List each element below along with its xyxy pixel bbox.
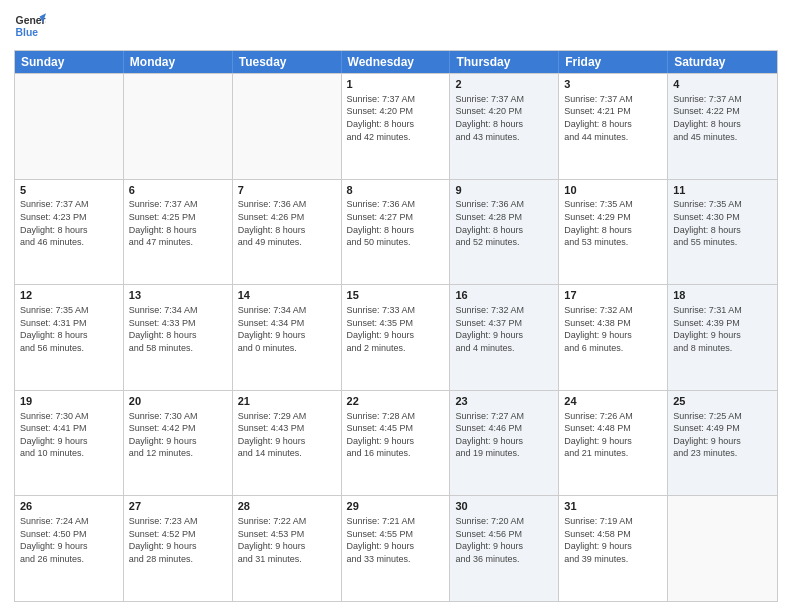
calendar-cell: 28Sunrise: 7:22 AM Sunset: 4:53 PM Dayli… xyxy=(233,496,342,601)
day-info: Sunrise: 7:30 AM Sunset: 4:42 PM Dayligh… xyxy=(129,410,227,460)
header-cell-tuesday: Tuesday xyxy=(233,51,342,73)
day-info: Sunrise: 7:25 AM Sunset: 4:49 PM Dayligh… xyxy=(673,410,772,460)
day-info: Sunrise: 7:28 AM Sunset: 4:45 PM Dayligh… xyxy=(347,410,445,460)
day-info: Sunrise: 7:29 AM Sunset: 4:43 PM Dayligh… xyxy=(238,410,336,460)
header-cell-saturday: Saturday xyxy=(668,51,777,73)
calendar-cell xyxy=(15,74,124,179)
calendar-cell: 20Sunrise: 7:30 AM Sunset: 4:42 PM Dayli… xyxy=(124,391,233,496)
calendar-cell: 6Sunrise: 7:37 AM Sunset: 4:25 PM Daylig… xyxy=(124,180,233,285)
day-number: 20 xyxy=(129,394,227,409)
day-info: Sunrise: 7:37 AM Sunset: 4:21 PM Dayligh… xyxy=(564,93,662,143)
day-number: 13 xyxy=(129,288,227,303)
day-number: 23 xyxy=(455,394,553,409)
header-cell-wednesday: Wednesday xyxy=(342,51,451,73)
header-cell-monday: Monday xyxy=(124,51,233,73)
day-number: 12 xyxy=(20,288,118,303)
day-number: 5 xyxy=(20,183,118,198)
calendar-cell: 23Sunrise: 7:27 AM Sunset: 4:46 PM Dayli… xyxy=(450,391,559,496)
page-container: General Blue SundayMondayTuesdayWednesda… xyxy=(0,0,792,612)
day-number: 11 xyxy=(673,183,772,198)
day-number: 31 xyxy=(564,499,662,514)
day-info: Sunrise: 7:26 AM Sunset: 4:48 PM Dayligh… xyxy=(564,410,662,460)
calendar-cell: 9Sunrise: 7:36 AM Sunset: 4:28 PM Daylig… xyxy=(450,180,559,285)
day-number: 17 xyxy=(564,288,662,303)
calendar-cell: 31Sunrise: 7:19 AM Sunset: 4:58 PM Dayli… xyxy=(559,496,668,601)
calendar-row-3: 19Sunrise: 7:30 AM Sunset: 4:41 PM Dayli… xyxy=(15,390,777,496)
day-number: 9 xyxy=(455,183,553,198)
day-info: Sunrise: 7:34 AM Sunset: 4:33 PM Dayligh… xyxy=(129,304,227,354)
calendar-header-row: SundayMondayTuesdayWednesdayThursdayFrid… xyxy=(15,51,777,73)
day-info: Sunrise: 7:35 AM Sunset: 4:29 PM Dayligh… xyxy=(564,198,662,248)
calendar-cell: 5Sunrise: 7:37 AM Sunset: 4:23 PM Daylig… xyxy=(15,180,124,285)
day-info: Sunrise: 7:37 AM Sunset: 4:23 PM Dayligh… xyxy=(20,198,118,248)
day-info: Sunrise: 7:20 AM Sunset: 4:56 PM Dayligh… xyxy=(455,515,553,565)
day-info: Sunrise: 7:32 AM Sunset: 4:37 PM Dayligh… xyxy=(455,304,553,354)
calendar-row-1: 5Sunrise: 7:37 AM Sunset: 4:23 PM Daylig… xyxy=(15,179,777,285)
svg-text:Blue: Blue xyxy=(16,27,39,38)
day-number: 4 xyxy=(673,77,772,92)
day-info: Sunrise: 7:23 AM Sunset: 4:52 PM Dayligh… xyxy=(129,515,227,565)
day-number: 26 xyxy=(20,499,118,514)
day-info: Sunrise: 7:27 AM Sunset: 4:46 PM Dayligh… xyxy=(455,410,553,460)
day-number: 18 xyxy=(673,288,772,303)
calendar-cell: 22Sunrise: 7:28 AM Sunset: 4:45 PM Dayli… xyxy=(342,391,451,496)
day-number: 30 xyxy=(455,499,553,514)
calendar-cell: 17Sunrise: 7:32 AM Sunset: 4:38 PM Dayli… xyxy=(559,285,668,390)
page-header: General Blue xyxy=(14,10,778,42)
day-number: 7 xyxy=(238,183,336,198)
calendar-cell: 3Sunrise: 7:37 AM Sunset: 4:21 PM Daylig… xyxy=(559,74,668,179)
logo-icon: General Blue xyxy=(14,10,46,42)
calendar-body: 1Sunrise: 7:37 AM Sunset: 4:20 PM Daylig… xyxy=(15,73,777,601)
calendar-row-0: 1Sunrise: 7:37 AM Sunset: 4:20 PM Daylig… xyxy=(15,73,777,179)
calendar: SundayMondayTuesdayWednesdayThursdayFrid… xyxy=(14,50,778,602)
calendar-cell: 7Sunrise: 7:36 AM Sunset: 4:26 PM Daylig… xyxy=(233,180,342,285)
calendar-cell: 2Sunrise: 7:37 AM Sunset: 4:20 PM Daylig… xyxy=(450,74,559,179)
logo: General Blue xyxy=(14,10,46,42)
calendar-cell: 12Sunrise: 7:35 AM Sunset: 4:31 PM Dayli… xyxy=(15,285,124,390)
day-number: 6 xyxy=(129,183,227,198)
header-cell-friday: Friday xyxy=(559,51,668,73)
calendar-cell xyxy=(124,74,233,179)
day-number: 24 xyxy=(564,394,662,409)
day-number: 1 xyxy=(347,77,445,92)
day-info: Sunrise: 7:36 AM Sunset: 4:26 PM Dayligh… xyxy=(238,198,336,248)
calendar-cell: 14Sunrise: 7:34 AM Sunset: 4:34 PM Dayli… xyxy=(233,285,342,390)
day-number: 3 xyxy=(564,77,662,92)
calendar-cell xyxy=(233,74,342,179)
calendar-cell: 13Sunrise: 7:34 AM Sunset: 4:33 PM Dayli… xyxy=(124,285,233,390)
calendar-cell: 8Sunrise: 7:36 AM Sunset: 4:27 PM Daylig… xyxy=(342,180,451,285)
day-info: Sunrise: 7:37 AM Sunset: 4:20 PM Dayligh… xyxy=(347,93,445,143)
day-info: Sunrise: 7:37 AM Sunset: 4:25 PM Dayligh… xyxy=(129,198,227,248)
day-info: Sunrise: 7:34 AM Sunset: 4:34 PM Dayligh… xyxy=(238,304,336,354)
day-info: Sunrise: 7:30 AM Sunset: 4:41 PM Dayligh… xyxy=(20,410,118,460)
day-number: 19 xyxy=(20,394,118,409)
day-number: 16 xyxy=(455,288,553,303)
calendar-cell: 11Sunrise: 7:35 AM Sunset: 4:30 PM Dayli… xyxy=(668,180,777,285)
calendar-cell: 26Sunrise: 7:24 AM Sunset: 4:50 PM Dayli… xyxy=(15,496,124,601)
day-info: Sunrise: 7:19 AM Sunset: 4:58 PM Dayligh… xyxy=(564,515,662,565)
calendar-cell: 29Sunrise: 7:21 AM Sunset: 4:55 PM Dayli… xyxy=(342,496,451,601)
calendar-cell: 25Sunrise: 7:25 AM Sunset: 4:49 PM Dayli… xyxy=(668,391,777,496)
calendar-cell: 15Sunrise: 7:33 AM Sunset: 4:35 PM Dayli… xyxy=(342,285,451,390)
day-number: 10 xyxy=(564,183,662,198)
day-info: Sunrise: 7:37 AM Sunset: 4:20 PM Dayligh… xyxy=(455,93,553,143)
day-number: 27 xyxy=(129,499,227,514)
calendar-cell: 30Sunrise: 7:20 AM Sunset: 4:56 PM Dayli… xyxy=(450,496,559,601)
day-info: Sunrise: 7:35 AM Sunset: 4:30 PM Dayligh… xyxy=(673,198,772,248)
day-info: Sunrise: 7:31 AM Sunset: 4:39 PM Dayligh… xyxy=(673,304,772,354)
day-info: Sunrise: 7:21 AM Sunset: 4:55 PM Dayligh… xyxy=(347,515,445,565)
calendar-row-4: 26Sunrise: 7:24 AM Sunset: 4:50 PM Dayli… xyxy=(15,495,777,601)
day-number: 14 xyxy=(238,288,336,303)
day-info: Sunrise: 7:24 AM Sunset: 4:50 PM Dayligh… xyxy=(20,515,118,565)
calendar-row-2: 12Sunrise: 7:35 AM Sunset: 4:31 PM Dayli… xyxy=(15,284,777,390)
calendar-cell: 24Sunrise: 7:26 AM Sunset: 4:48 PM Dayli… xyxy=(559,391,668,496)
calendar-cell: 1Sunrise: 7:37 AM Sunset: 4:20 PM Daylig… xyxy=(342,74,451,179)
day-info: Sunrise: 7:36 AM Sunset: 4:27 PM Dayligh… xyxy=(347,198,445,248)
calendar-cell: 10Sunrise: 7:35 AM Sunset: 4:29 PM Dayli… xyxy=(559,180,668,285)
day-number: 25 xyxy=(673,394,772,409)
header-cell-sunday: Sunday xyxy=(15,51,124,73)
day-info: Sunrise: 7:33 AM Sunset: 4:35 PM Dayligh… xyxy=(347,304,445,354)
day-info: Sunrise: 7:32 AM Sunset: 4:38 PM Dayligh… xyxy=(564,304,662,354)
calendar-cell: 21Sunrise: 7:29 AM Sunset: 4:43 PM Dayli… xyxy=(233,391,342,496)
day-info: Sunrise: 7:35 AM Sunset: 4:31 PM Dayligh… xyxy=(20,304,118,354)
